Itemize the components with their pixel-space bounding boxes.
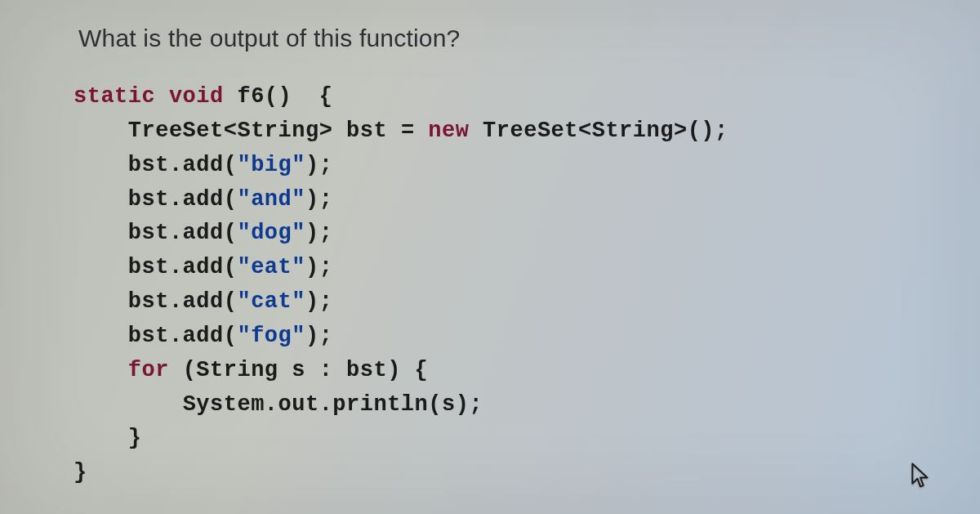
code-line: bst.add("big"); [74, 149, 980, 183]
code-token-sp [332, 118, 346, 143]
code-token-str: "big" [237, 153, 305, 177]
cursor-icon [910, 462, 931, 489]
code-token-sp [292, 84, 318, 109]
code-token-punct: ( [224, 221, 238, 245]
code-token-indent [74, 358, 128, 382]
code-token-kw: void [169, 84, 224, 109]
code-token-str: "dog" [237, 221, 305, 245]
code-token-punct: } [128, 426, 142, 450]
code-token-punct: ( [183, 358, 197, 382]
code-token-type: String [196, 358, 278, 382]
code-line: bst.add("cat"); [74, 285, 980, 320]
code-token-punct: (); [688, 118, 728, 143]
code-token-ident: bst.add [128, 324, 224, 348]
code-token-sp [415, 118, 429, 143]
code-token-sp [169, 358, 183, 382]
code-token-ident: System.out.println [183, 392, 429, 417]
code-token-punct: ( [224, 255, 238, 279]
code-token-indent [74, 118, 128, 143]
code-token-indent [74, 324, 128, 348]
code-token-kw: for [128, 358, 169, 382]
question-prompt: What is the output of this function? [78, 25, 980, 52]
code-token-punct: ( [224, 153, 238, 177]
code-line: bst.add("dog"); [74, 217, 980, 251]
code-token-sp [401, 358, 415, 382]
code-token-type: TreeSet<String> [483, 118, 688, 143]
code-token-str: "eat" [237, 255, 305, 279]
code-token-op: = [401, 118, 415, 143]
code-token-punct: ( [428, 392, 442, 417]
code-line: } [74, 456, 980, 490]
code-token-punct: ); [305, 255, 332, 279]
code-token-ident: bst.add [128, 187, 224, 212]
code-token-sp [305, 358, 319, 382]
code-token-punct: ); [305, 324, 332, 348]
code-token-indent [74, 187, 128, 212]
code-line: System.out.println(s); [74, 388, 980, 422]
exercise-page: What is the output of this function? sta… [0, 0, 980, 514]
code-token-type: TreeSet<String> [128, 118, 333, 143]
code-token-indent [74, 221, 128, 245]
code-token-punct: { [319, 84, 333, 109]
code-token-ident: bst [346, 358, 387, 382]
code-token-kw: static [74, 84, 155, 109]
code-block: static void f6() { TreeSet<String> bst =… [74, 80, 980, 490]
code-line: for (String s : bst) { [74, 354, 980, 388]
code-line: TreeSet<String> bst = new TreeSet<String… [74, 114, 980, 149]
code-line: static void f6() { [74, 80, 980, 114]
code-token-sp [332, 358, 346, 382]
code-token-str: "and" [237, 187, 305, 212]
code-token-punct: ( [224, 324, 238, 348]
code-token-indent [74, 153, 128, 177]
code-line: bst.add("and"); [74, 183, 980, 217]
code-line: bst.add("eat"); [74, 251, 980, 285]
code-token-kw: new [428, 118, 469, 143]
code-token-ident: bst.add [128, 153, 224, 177]
code-token-ident: bst.add [128, 289, 224, 314]
code-token-sp [155, 84, 169, 109]
code-token-punct: () [265, 84, 292, 109]
code-token-ident: bst.add [128, 255, 224, 279]
code-token-sp [224, 84, 238, 109]
code-token-sp [278, 358, 292, 382]
code-token-punct: { [415, 358, 429, 382]
code-token-punct: : [319, 358, 333, 382]
code-line: bst.add("fog"); [74, 320, 980, 354]
code-token-punct: ); [305, 289, 332, 314]
code-token-sp [387, 118, 401, 143]
code-token-punct: ); [456, 392, 483, 417]
code-token-ident: bst.add [128, 221, 224, 245]
code-token-punct: ) [387, 358, 401, 382]
code-token-str: "cat" [237, 289, 305, 314]
code-token-indent [74, 426, 128, 450]
code-token-ident: f6 [237, 84, 264, 109]
code-token-punct: ); [305, 153, 332, 177]
code-token-punct: ( [224, 289, 238, 314]
code-token-indent [74, 289, 128, 314]
code-token-indent [74, 392, 183, 417]
code-token-ident: bst [346, 118, 387, 143]
code-token-indent [74, 255, 128, 279]
code-token-sp [469, 118, 483, 143]
code-token-punct: ); [305, 187, 332, 212]
code-token-punct: } [74, 460, 87, 485]
code-token-ident: s [292, 358, 305, 382]
code-token-ident: s [442, 392, 456, 417]
code-line: } [74, 422, 980, 456]
code-token-punct: ( [224, 187, 238, 212]
code-token-punct: ); [305, 221, 332, 245]
code-token-str: "fog" [237, 324, 305, 348]
